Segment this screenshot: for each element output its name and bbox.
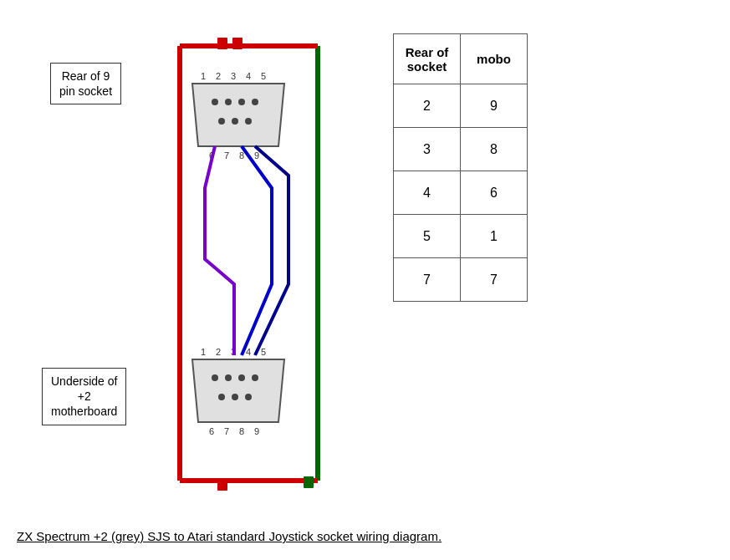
svg-point-10 [212,99,218,105]
svg-point-11 [225,99,232,105]
svg-rect-39 [232,38,242,49]
svg-text:9: 9 [254,150,259,160]
svg-text:5: 5 [261,71,266,81]
wiring-table: Rear of socket mobo 2938465177 [393,33,528,302]
col2-header: mobo [461,34,528,84]
mobo-pin: 8 [461,128,528,171]
svg-rect-41 [304,476,314,488]
socket-pin: 3 [394,128,461,171]
svg-text:2: 2 [216,347,221,357]
col1-header: Rear of socket [394,34,461,84]
svg-point-30 [252,374,258,381]
main-container: Rear of 9 pin socket Underside of +2 mot… [0,0,730,535]
svg-point-29 [238,374,245,381]
table-row: 77 [394,258,528,302]
socket-pin: 4 [394,171,461,215]
svg-text:8: 8 [239,426,244,436]
svg-point-12 [238,99,245,105]
table-row: 46 [394,171,528,215]
svg-point-27 [212,374,218,381]
svg-point-32 [232,394,238,400]
svg-text:4: 4 [246,71,251,81]
svg-text:7: 7 [224,426,229,436]
svg-text:1: 1 [201,71,206,81]
svg-point-14 [218,118,225,125]
svg-text:9: 9 [254,426,259,436]
wiring-diagram: 1 2 3 4 5 6 7 8 9 1 2 3 4 5 [155,25,347,501]
svg-point-15 [232,118,238,125]
socket-pin: 5 [394,215,461,258]
top-label: Rear of 9 pin socket [50,63,121,104]
svg-text:2: 2 [216,71,221,81]
svg-point-28 [225,374,232,381]
socket-pin: 7 [394,258,461,302]
mobo-pin: 1 [461,215,528,258]
svg-point-16 [245,118,252,125]
svg-marker-9 [192,84,284,146]
svg-point-33 [245,394,252,400]
caption: ZX Spectrum +2 (grey) SJS to Atari stand… [17,529,442,543]
svg-text:8: 8 [239,150,244,160]
svg-text:1: 1 [201,347,206,357]
table-row: 38 [394,128,528,171]
table-row: 29 [394,84,528,128]
svg-text:6: 6 [209,426,214,436]
svg-text:5: 5 [261,347,266,357]
svg-rect-38 [217,38,227,49]
svg-point-13 [252,99,258,105]
mobo-pin: 6 [461,171,528,215]
svg-text:4: 4 [246,347,251,357]
socket-pin: 2 [394,84,461,128]
bottom-label: Underside of +2 motherboard [42,368,126,425]
mobo-pin: 7 [461,258,528,302]
diagram-area: Rear of 9 pin socket Underside of +2 mot… [25,17,376,518]
svg-point-31 [218,394,225,400]
svg-marker-26 [192,359,284,422]
svg-rect-40 [217,479,227,491]
mobo-pin: 9 [461,84,528,128]
table-area: Rear of socket mobo 2938465177 [393,33,528,518]
svg-text:7: 7 [224,150,229,160]
table-row: 51 [394,215,528,258]
svg-text:3: 3 [231,71,236,81]
